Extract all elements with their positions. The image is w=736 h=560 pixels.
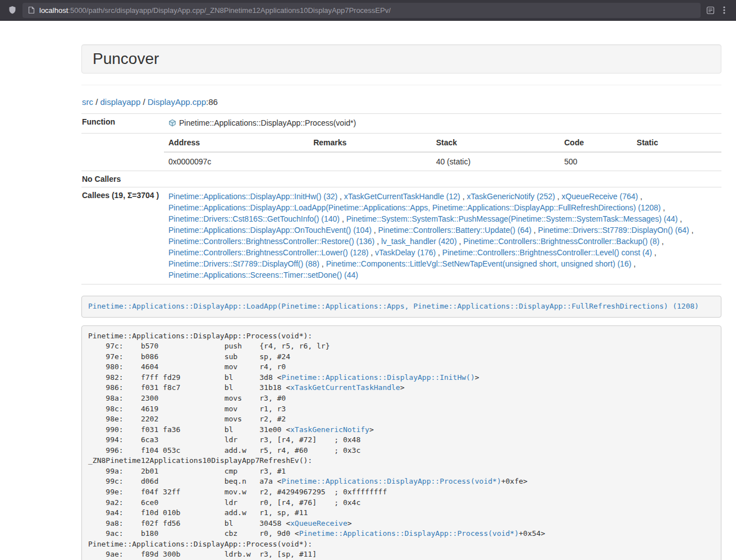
callees-cell: Pinetime::Applications::DisplayApp::Init… — [164, 187, 721, 284]
code-symbol-link[interactable]: Pinetime::Applications::DisplayApp::Init… — [281, 373, 474, 382]
col-remarks: Remarks — [309, 134, 431, 152]
col-code: Code — [560, 134, 632, 152]
code-header: Pinetime::Applications::DisplayApp::Load… — [81, 296, 721, 318]
breadcrumb-link-displayapp[interactable]: displayapp — [100, 97, 141, 107]
callee-separator: , — [374, 237, 381, 246]
metrics-cell: Address Remarks Stack Code Static 0x0000… — [164, 134, 721, 171]
callees-row: Callees (19, Σ=3704 ) Pinetime::Applicat… — [81, 187, 721, 284]
callee-separator: , — [319, 259, 326, 268]
url-host: localhost — [39, 6, 68, 15]
callees-list: Pinetime::Applications::DisplayApp::Init… — [168, 192, 693, 279]
breadcrumb-separator: / — [93, 97, 100, 107]
callee-link[interactable]: Pinetime::Applications::Screens::Timer::… — [168, 270, 358, 279]
callee-separator: , — [555, 192, 562, 201]
cell-code: 500 — [560, 152, 632, 171]
function-name-cell: Pinetime::Applications::DisplayApp::Proc… — [164, 114, 721, 134]
metrics-header-row: Address Remarks Stack Code Static — [164, 134, 721, 152]
reader-view-icon[interactable] — [706, 6, 715, 15]
code-symbol-link[interactable]: xTaskGenericNotify — [290, 425, 369, 434]
callee-separator: , — [678, 214, 682, 223]
callee-separator: , — [632, 259, 636, 268]
callee-separator: , — [436, 248, 442, 257]
callee-link[interactable]: xQueueReceive (764) — [561, 192, 638, 201]
callee-link[interactable]: Pinetime::Applications::DisplayApp::Load… — [168, 203, 661, 212]
page-icon — [28, 6, 35, 14]
callee-separator: , — [337, 192, 344, 201]
callees-label: Callees (19, Σ=3704 ) — [81, 187, 164, 284]
metrics-table: Address Remarks Stack Code Static 0x0000… — [164, 134, 721, 171]
metrics-data-row: 0x0000097c 40 (static) 500 — [164, 152, 721, 171]
disassembly: Pinetime::Applications::DisplayApp::Proc… — [81, 325, 721, 560]
callee-separator: , — [457, 237, 464, 246]
callee-separator: , — [652, 248, 656, 257]
callee-link[interactable]: Pinetime::Applications::DisplayApp::OnTo… — [168, 226, 372, 235]
col-address: Address — [164, 134, 309, 152]
url-bar[interactable]: localhost:5000/path/src/displayapp/Displ… — [22, 3, 701, 18]
code-symbol-link[interactable]: Pinetime::Applications::DisplayApp::Proc… — [299, 529, 519, 538]
function-name: Pinetime::Applications::DisplayApp::Proc… — [179, 118, 356, 127]
function-row: Function Pinetime::Applications::Display… — [81, 114, 721, 134]
code-header-link[interactable]: Pinetime::Applications::DisplayApp::Load… — [88, 302, 699, 310]
menu-icon[interactable] — [720, 5, 728, 15]
callee-link[interactable]: xTaskGetCurrentTaskHandle (12) — [344, 192, 460, 201]
app-header: Puncover — [81, 44, 721, 74]
callee-link[interactable]: Pinetime::Drivers::St7789::DisplayOn() (… — [538, 226, 689, 235]
callee-link[interactable]: Pinetime::Controllers::BrightnessControl… — [168, 237, 374, 246]
callee-link[interactable]: lv_task_handler (420) — [381, 237, 457, 246]
shield-icon[interactable] — [8, 6, 17, 15]
callee-separator: , — [638, 192, 642, 201]
callee-separator: , — [372, 226, 378, 235]
line-number: :86 — [206, 97, 218, 107]
callee-link[interactable]: Pinetime::System::SystemTask::PushMessag… — [346, 214, 678, 223]
code-symbol-link[interactable]: xTaskGetCurrentTaskHandle — [290, 383, 400, 392]
callee-link[interactable]: Pinetime::Controllers::Battery::Update()… — [378, 226, 532, 235]
breadcrumb-link-file[interactable]: DisplayApp.cpp — [148, 97, 206, 107]
breadcrumb-separator: / — [140, 97, 148, 107]
cell-stack: 40 (static) — [432, 152, 560, 171]
code-symbol-link[interactable]: Pinetime::Applications::DisplayApp::Proc… — [281, 477, 501, 485]
page-content: Puncover src / displayapp / DisplayApp.c… — [81, 44, 721, 560]
metrics-row: Address Remarks Stack Code Static 0x0000… — [81, 134, 721, 171]
col-static: Static — [632, 134, 721, 152]
col-stack: Stack — [432, 134, 560, 152]
function-label: Function — [81, 114, 164, 134]
callee-separator: , — [660, 237, 664, 246]
url-text: localhost:5000/path/src/displayapp/Displ… — [39, 6, 391, 15]
callee-link[interactable]: Pinetime::Components::LittleVgl::SetNewT… — [326, 259, 632, 268]
disassembly-code: Pinetime::Applications::DisplayApp::Proc… — [88, 332, 545, 560]
breadcrumb: src / displayapp / DisplayApp.cpp:86 — [82, 97, 721, 108]
no-callers-label: No Callers — [81, 171, 164, 187]
cell-remarks — [309, 152, 431, 171]
page-title: Puncover — [93, 51, 710, 67]
callee-separator: , — [460, 192, 467, 201]
callee-link[interactable]: Pinetime::Drivers::Cst816S::GetTouchInfo… — [168, 214, 340, 223]
callee-link[interactable]: Pinetime::Controllers::BrightnessControl… — [442, 248, 652, 257]
code-symbol-link[interactable]: xQueueReceive — [290, 519, 348, 527]
callee-link[interactable]: Pinetime::Drivers::St7789::DisplayOff() … — [168, 259, 319, 268]
callee-separator: , — [661, 203, 665, 212]
callee-link[interactable]: Pinetime::Controllers::BrightnessControl… — [463, 237, 659, 246]
no-callers-row: No Callers — [81, 171, 721, 187]
no-callers-cell — [164, 171, 721, 187]
function-icon — [168, 118, 176, 130]
browser-toolbar: localhost:5000/path/src/displayapp/Displ… — [0, 0, 736, 21]
url-path: :5000/path/src/displayapp/DisplayApp.cpp… — [68, 6, 391, 15]
callee-link[interactable]: xTaskGenericNotify (252) — [467, 192, 555, 201]
metrics-label-spacer — [81, 134, 164, 171]
callee-link[interactable]: Pinetime::Applications::DisplayApp::Init… — [168, 192, 337, 201]
callee-separator: , — [340, 214, 346, 223]
callee-link[interactable]: Pinetime::Controllers::BrightnessControl… — [168, 248, 368, 257]
divider — [81, 85, 721, 85]
cell-address: 0x0000097c — [164, 152, 309, 171]
callee-separator: , — [368, 248, 375, 257]
cell-static — [632, 152, 721, 171]
callee-link[interactable]: vTaskDelay (176) — [375, 248, 436, 257]
symbol-table: Function Pinetime::Applications::Display… — [81, 113, 721, 284]
callee-separator: , — [689, 226, 694, 235]
breadcrumb-link-src[interactable]: src — [82, 97, 93, 107]
callee-separator: , — [532, 226, 538, 235]
